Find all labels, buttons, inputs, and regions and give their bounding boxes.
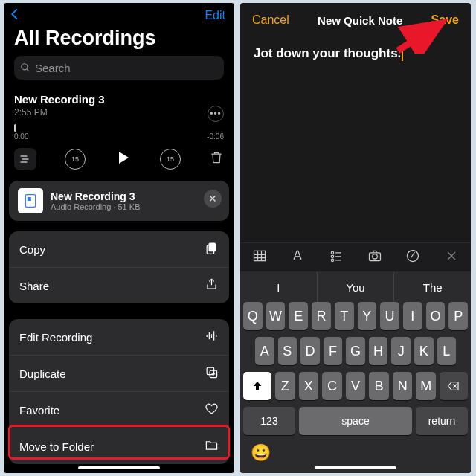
key-h[interactable]: H	[369, 337, 388, 365]
options-icon[interactable]	[14, 148, 36, 170]
suggestion[interactable]: I	[240, 272, 317, 302]
key-k[interactable]: K	[414, 337, 434, 365]
home-indicator	[78, 466, 160, 469]
key-v[interactable]: V	[346, 372, 366, 400]
time-elapsed: 0:00	[14, 132, 28, 141]
key-a[interactable]: A	[255, 337, 274, 365]
action-duplicate[interactable]: Duplicate	[9, 355, 229, 391]
voice-memos-screen: Edit All Recordings Search New Recording…	[4, 3, 234, 473]
key-r[interactable]: R	[312, 302, 331, 330]
keyboard: I You The QWERTYUIOP ASDFGHJKL ZXCVBNM 1…	[240, 272, 471, 473]
rewind-15-icon[interactable]: 15	[65, 149, 86, 170]
close-toolbar-icon[interactable]	[444, 248, 459, 266]
key-b[interactable]: B	[369, 372, 389, 400]
share-icon	[205, 277, 219, 294]
symbols-key[interactable]: 123	[243, 407, 295, 435]
key-t[interactable]: T	[335, 302, 354, 330]
key-q[interactable]: Q	[243, 302, 263, 330]
back-icon[interactable]	[8, 7, 22, 24]
emoji-key[interactable]: 😀	[251, 443, 271, 463]
note-body[interactable]: Jot down your thoughts.	[240, 37, 471, 70]
suggestion[interactable]: You	[317, 272, 394, 302]
page-title: All Recordings	[4, 24, 234, 56]
key-m[interactable]: M	[416, 372, 436, 400]
note-title: New Quick Note	[318, 14, 402, 27]
search-placeholder: Search	[35, 62, 71, 74]
recording-time: 2:55 PM	[14, 107, 224, 118]
checklist-icon[interactable]	[329, 248, 344, 266]
recording-name: New Recording 3	[14, 93, 224, 106]
key-j[interactable]: J	[391, 337, 411, 365]
recording-item[interactable]: New Recording 3 2:55 PM	[4, 87, 234, 118]
text-cursor	[402, 48, 403, 61]
camera-icon[interactable]	[367, 248, 382, 266]
search-input[interactable]: Search	[14, 56, 224, 80]
key-w[interactable]: W	[266, 302, 286, 330]
return-key[interactable]: return	[416, 407, 468, 435]
share-file-subtitle: Audio Recording · 51 KB	[51, 202, 140, 211]
action-edit-recording[interactable]: Edit Recording	[9, 319, 229, 355]
table-icon[interactable]	[252, 248, 267, 266]
action-sheet: Copy Share	[9, 231, 229, 303]
scrubber[interactable]	[14, 126, 224, 129]
key-row-3: ZXCVBNM	[240, 372, 471, 400]
svg-point-13	[408, 251, 419, 262]
key-i[interactable]: I	[403, 302, 422, 330]
format-icon[interactable]	[290, 248, 305, 266]
key-p[interactable]: P	[448, 302, 468, 330]
key-s[interactable]: S	[278, 337, 298, 365]
close-icon[interactable]: ✕	[204, 190, 222, 208]
delete-key[interactable]	[440, 372, 468, 400]
duplicate-icon	[205, 365, 219, 382]
play-icon[interactable]	[114, 149, 132, 170]
forward-15-icon[interactable]: 15	[160, 149, 181, 170]
space-key[interactable]: space	[299, 407, 412, 435]
share-file-title: New Recording 3	[51, 190, 140, 202]
svg-rect-7	[254, 251, 265, 260]
svg-point-12	[372, 254, 377, 260]
key-o[interactable]: O	[426, 302, 446, 330]
action-share[interactable]: Share	[9, 267, 229, 303]
key-n[interactable]: N	[393, 372, 413, 400]
key-z[interactable]: Z	[275, 372, 295, 400]
copy-icon	[205, 241, 219, 257]
audio-file-icon	[18, 188, 43, 213]
action-copy[interactable]: Copy	[9, 231, 229, 267]
share-preview-card: New Recording 3 Audio Recording · 51 KB …	[9, 181, 229, 221]
key-y[interactable]: Y	[358, 302, 377, 330]
key-l[interactable]: L	[437, 337, 457, 365]
key-e[interactable]: E	[289, 302, 308, 330]
home-indicator	[315, 466, 396, 469]
svg-rect-1	[28, 197, 31, 201]
svg-rect-2	[209, 242, 216, 251]
svg-point-9	[331, 255, 333, 257]
suggestion-bar: I You The	[240, 272, 471, 302]
suggestion[interactable]: The	[393, 272, 471, 302]
waveform-icon	[205, 329, 219, 345]
key-u[interactable]: U	[380, 302, 399, 330]
more-icon[interactable]: •••	[208, 106, 224, 122]
save-button[interactable]: Save	[431, 13, 459, 27]
svg-point-8	[331, 251, 333, 254]
key-x[interactable]: X	[299, 372, 319, 400]
key-row-2: ASDFGHJKL	[240, 337, 471, 365]
key-f[interactable]: F	[324, 337, 343, 365]
quick-note-screen: Cancel New Quick Note Save Jot down your…	[240, 3, 471, 473]
cancel-button[interactable]: Cancel	[252, 13, 289, 27]
key-c[interactable]: C	[322, 372, 342, 400]
key-d[interactable]: D	[300, 337, 320, 365]
edit-button[interactable]: Edit	[205, 9, 225, 22]
trash-icon[interactable]	[209, 150, 224, 168]
action-favorite[interactable]: Favorite	[9, 391, 229, 428]
shift-key[interactable]	[243, 372, 271, 400]
folder-icon	[205, 438, 219, 454]
svg-point-10	[331, 259, 333, 261]
key-g[interactable]: G	[346, 337, 365, 365]
time-remaining: -0:06	[207, 132, 224, 141]
key-row-1: QWERTYUIOP	[240, 302, 471, 330]
note-toolbar	[240, 242, 471, 272]
heart-icon	[205, 402, 219, 418]
markup-icon[interactable]	[405, 248, 420, 266]
action-move-to-folder[interactable]: Move to Folder	[9, 428, 229, 464]
